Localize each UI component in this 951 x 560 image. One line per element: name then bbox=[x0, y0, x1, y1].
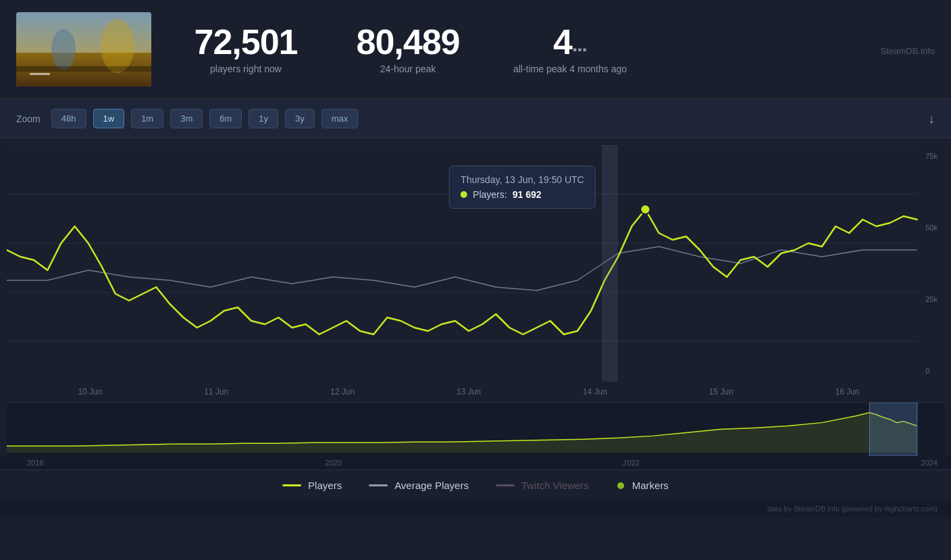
mini-x-2024: 2024 bbox=[921, 459, 937, 467]
zoom-max[interactable]: max bbox=[322, 109, 359, 128]
peak-24h-block: 80,489 24-hour peak bbox=[340, 24, 476, 74]
chart-container: 0 25k 50k 75k Thursday, 13 Jun, 19:50 UT… bbox=[0, 138, 951, 469]
zoom-1w[interactable]: 1w bbox=[93, 109, 125, 128]
zoom-controls: Zoom 48h 1w 1m 3m 6m 1y 3y max ↓ bbox=[0, 99, 951, 138]
x-label-14jun: 14 Jun bbox=[583, 387, 607, 397]
zoom-1m[interactable]: 1m bbox=[131, 109, 163, 128]
svg-point-3 bbox=[51, 29, 76, 70]
y-label-50k: 50k bbox=[925, 224, 937, 232]
steamdb-watermark: SteamDB.info bbox=[881, 46, 935, 56]
current-players-label: players right now bbox=[210, 63, 282, 74]
chart-svg bbox=[7, 145, 944, 382]
mini-chart-svg bbox=[7, 403, 944, 456]
current-players-block: 72,501 players right now bbox=[178, 24, 313, 74]
data-credit: data by SteamDB.info (powered by highcha… bbox=[0, 501, 951, 517]
download-button[interactable]: ↓ bbox=[928, 111, 935, 126]
x-label-10jun: 10 Jun bbox=[78, 387, 102, 397]
mini-chart bbox=[7, 402, 944, 456]
peak-24h-label: 24-hour peak bbox=[380, 63, 436, 74]
legend-markers-dot bbox=[616, 481, 625, 490]
y-label-25k: 25k bbox=[925, 295, 937, 303]
header: 72,501 players right now 80,489 24-hour … bbox=[0, 0, 951, 99]
svg-rect-4 bbox=[16, 66, 151, 72]
mini-x-2018: 2018 bbox=[27, 459, 43, 467]
legend-avg-label: Average Players bbox=[394, 480, 469, 491]
legend-markers: Markers bbox=[616, 480, 669, 491]
mini-x-2022: 2022 bbox=[623, 459, 639, 467]
legend-players: Players bbox=[282, 480, 342, 491]
main-chart: 0 25k 50k 75k Thursday, 13 Jun, 19:50 UT… bbox=[7, 145, 944, 382]
legend-twitch-line bbox=[496, 484, 515, 486]
zoom-1y[interactable]: 1y bbox=[249, 109, 278, 128]
x-label-12jun: 12 Jun bbox=[330, 387, 355, 397]
credit-text: data by SteamDB.info (powered by highcha… bbox=[767, 505, 937, 513]
zoom-6m[interactable]: 6m bbox=[209, 109, 242, 128]
y-label-75k: 75k bbox=[925, 152, 937, 160]
legend-players-label: Players bbox=[308, 480, 342, 491]
svg-rect-12 bbox=[869, 403, 917, 456]
x-label-11jun: 11 Jun bbox=[204, 387, 228, 397]
current-players-value: 72,501 bbox=[194, 24, 297, 59]
legend-markers-label: Markers bbox=[632, 480, 669, 491]
zoom-3m[interactable]: 3m bbox=[170, 109, 203, 128]
all-time-peak-block: 4... all-time peak 4 months ago bbox=[503, 24, 638, 74]
x-label-13jun: 13 Jun bbox=[457, 387, 481, 397]
mini-x-axis: 2018 2020 2022 2024 bbox=[0, 456, 951, 469]
legend-twitch: Twitch Viewers bbox=[496, 480, 589, 491]
x-label-16jun: 16 Jun bbox=[835, 387, 859, 397]
y-label-0: 0 bbox=[925, 367, 937, 375]
svg-marker-11 bbox=[7, 413, 917, 453]
peak-dot bbox=[640, 205, 650, 214]
x-axis: 10 Jun 11 Jun 12 Jun 13 Jun 14 Jun 15 Ju… bbox=[0, 382, 951, 402]
all-time-peak-value: 4... bbox=[553, 24, 587, 59]
legend: Players Average Players Twitch Viewers M… bbox=[0, 469, 951, 501]
x-label-15jun: 15 Jun bbox=[709, 387, 734, 397]
all-time-peak-label: all-time peak 4 months ago bbox=[513, 63, 627, 74]
zoom-48h[interactable]: 48h bbox=[51, 109, 86, 128]
zoom-label: Zoom bbox=[16, 113, 41, 124]
game-thumbnail bbox=[16, 12, 151, 86]
y-axis: 0 25k 50k 75k bbox=[925, 145, 937, 382]
legend-players-line bbox=[282, 484, 301, 486]
zoom-3y[interactable]: 3y bbox=[285, 109, 315, 128]
peak-24h-value: 80,489 bbox=[356, 24, 459, 59]
legend-average: Average Players bbox=[369, 480, 469, 491]
svg-point-2 bbox=[101, 19, 134, 73]
mini-x-2020: 2020 bbox=[325, 459, 341, 467]
legend-twitch-label: Twitch Viewers bbox=[521, 480, 589, 491]
svg-rect-5 bbox=[30, 73, 50, 75]
legend-avg-line bbox=[369, 484, 388, 486]
header-right: SteamDB.info bbox=[881, 43, 935, 56]
